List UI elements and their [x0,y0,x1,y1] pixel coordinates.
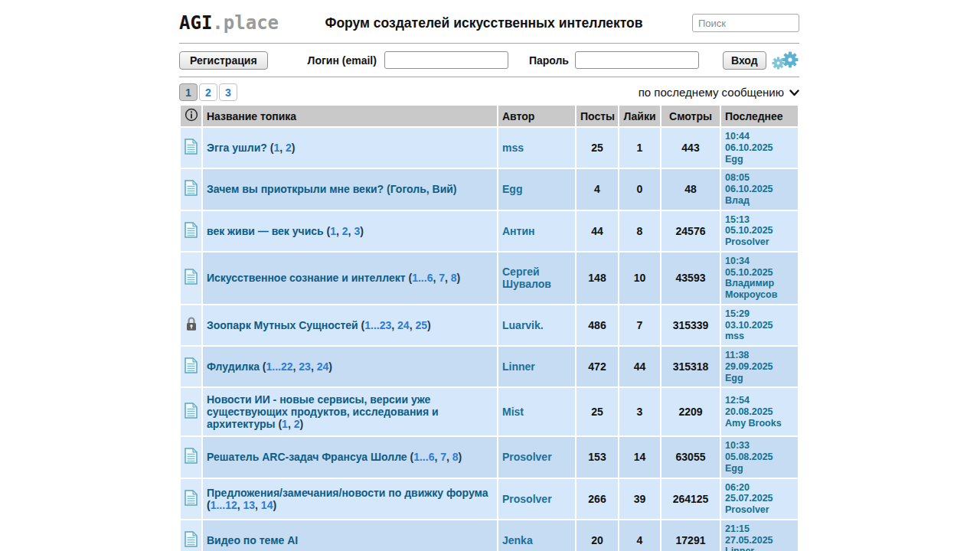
topic-page-link[interactable]: 13 [243,499,255,511]
info-icon[interactable] [181,106,201,126]
topic-title-link[interactable]: Флудилка [207,360,260,373]
topic-title-cell: Решатель ARC-задач Франсуа Шолле (1...6,… [203,437,497,477]
password-input[interactable] [575,51,699,69]
topic-views-count: 264125 [662,479,720,519]
pages-close-paren: ) [292,142,296,154]
topic-author-link[interactable]: mss [502,142,524,154]
topic-views-count: 2209 [662,388,720,435]
topic-page-link[interactable]: 1...22 [266,360,293,373]
topic-author-cell: mss [498,128,575,168]
topic-page-link[interactable]: 1 [330,225,336,237]
document-icon [181,253,201,304]
topic-author-cell: Egg [498,169,575,209]
topic-author-link[interactable]: Сергей Шувалов [502,266,551,290]
topic-views-count: 315318 [662,347,720,386]
sort-selected-label: по последнему сообщению [639,86,784,99]
topic-page-link[interactable]: 1...23 [364,319,391,331]
last-post-author-link[interactable]: Egg [725,463,794,474]
topic-page-link[interactable]: 1 [282,418,288,430]
topic-title-link[interactable]: век живи — век учись [207,225,324,237]
document-icon [181,169,201,209]
pages-open-paren: ( [358,319,365,331]
topic-likes-count: 1 [619,128,660,168]
pages-open-paren: ( [406,272,413,284]
topic-author-link[interactable]: Egg [502,183,522,195]
topic-author-link[interactable]: Prosolver [502,451,552,463]
topic-page-link[interactable]: 3 [354,225,360,237]
last-post-author-link[interactable]: Prosolver [725,504,794,516]
topic-page-link[interactable]: 1...12 [211,499,237,511]
login-input[interactable] [384,51,508,69]
page-button-3[interactable]: 3 [219,83,237,101]
login-button[interactable]: Вход [723,51,766,70]
topic-likes-count: 10 [619,253,660,304]
last-post-author-link[interactable]: Egg [725,154,794,165]
chevron-down-icon [789,86,799,99]
login-bar: Регистрация Логин (email) Пароль Вход [179,43,799,77]
topic-page-link[interactable]: 1...6 [412,272,433,284]
topic-page-link[interactable]: 24 [317,360,329,373]
topic-views-count: 43593 [662,253,720,304]
search-input[interactable] [692,14,799,32]
pages-separator: , [336,225,342,237]
topic-title-link[interactable]: Решатель ARC-задач Франсуа Шолле [207,451,407,463]
topic-posts-count: 25 [577,388,618,435]
column-header-posts: Посты [577,106,618,126]
topic-author-cell: Mist [498,388,575,435]
topic-page-link[interactable]: 23 [299,360,311,373]
topic-title-link[interactable]: Новости ИИ - новые сервисы, версии уже с… [207,393,439,430]
topic-title-link[interactable]: Зачем вы приоткрыли мне веки? (Гоголь, В… [207,183,457,195]
last-post-author-link[interactable]: Egg [725,373,794,384]
document-icon [181,211,201,251]
last-post-author-link[interactable]: Владимир Мокроусов [725,278,794,301]
topic-author-link[interactable]: Luarvik. [502,319,544,331]
topic-title-link[interactable]: Искусственное сознание и интеллект [207,272,406,284]
page-button-2[interactable]: 2 [199,83,217,101]
topic-likes-count: 8 [619,211,660,251]
topic-title-link[interactable]: Зоопарк Мутных Сущностей [207,319,358,331]
topic-title-link[interactable]: Видео по теме AI [207,534,298,546]
column-header-likes: Лайки [619,106,660,126]
last-post-author-link[interactable]: Влад [725,195,794,207]
topic-page-link[interactable]: 7 [440,451,446,463]
topic-page-link[interactable]: 14 [261,499,273,511]
pages-close-paren: ) [273,499,276,511]
document-icon [181,479,201,519]
topic-page-link[interactable]: 1 [273,142,279,154]
last-post-author-link[interactable]: Prosolver [725,236,794,248]
settings-gears-icon[interactable] [772,50,799,70]
pages-open-paren: ( [276,418,283,430]
last-post-author-link[interactable]: Amy Brooks [725,418,794,429]
page-button-1[interactable]: 1 [179,83,198,101]
topic-last-cell: 15:13 05.10.2025Prosolver [721,211,798,251]
topic-author-link[interactable]: Mist [502,406,524,418]
topic-page-link[interactable]: 2 [286,142,292,154]
topic-page-link[interactable]: 2 [342,225,348,237]
lock-icon [181,305,201,345]
topic-likes-count: 0 [619,169,660,209]
last-post-time: 10:34 05.10.2025 [725,256,773,278]
topic-page-link[interactable]: 7 [439,272,445,284]
topic-page-link[interactable]: 1...6 [413,451,434,463]
topic-author-link[interactable]: Linner [502,360,535,373]
sort-select[interactable]: по последнему сообщению [639,86,799,99]
topic-author-link[interactable]: Prosolver [502,493,552,505]
topic-title-link[interactable]: Предложения/замечания/новости по движку … [207,487,488,499]
topic-title-link[interactable]: Эгга ушли? [207,142,267,154]
topic-views-count: 24576 [662,211,720,251]
topic-posts-count: 25 [577,128,618,168]
last-post-time: 12:54 20.08.2025 [725,395,773,417]
topic-page-link[interactable]: 24 [397,319,410,331]
topic-author-link[interactable]: Антин [502,225,535,237]
topic-page-link[interactable]: 8 [452,451,459,463]
last-post-author-link[interactable]: mss [725,331,794,342]
topic-page-link[interactable]: 25 [415,319,427,331]
pages-separator: , [311,360,317,373]
topic-author-link[interactable]: Jenka [502,534,533,546]
register-button[interactable]: Регистрация [179,51,268,70]
topic-page-link[interactable]: 8 [451,272,457,284]
logo-primary: AGI [179,12,212,34]
last-post-author-link[interactable]: Linner [725,546,794,551]
last-post-time: 10:33 05.08.2025 [725,440,773,462]
topic-posts-count: 44 [577,211,618,251]
